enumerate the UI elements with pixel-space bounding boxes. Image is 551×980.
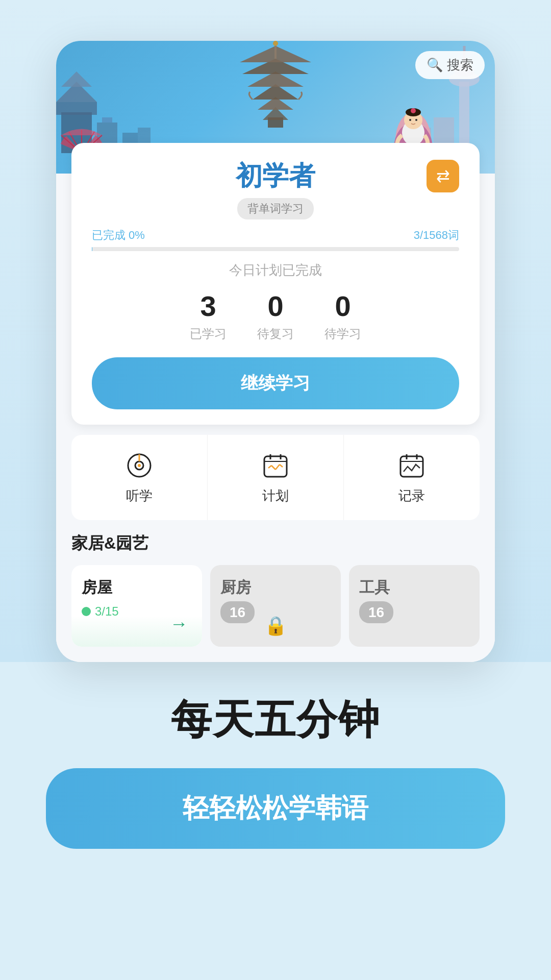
svg-marker-3: [61, 71, 92, 87]
content-area: 初学者 ⇄ 背单词学习 已完成 0% 3/1568词 今日计划已完成: [56, 143, 495, 662]
stat-pending: 0 待学习: [324, 289, 361, 342]
stat-review-label: 待复习: [257, 326, 294, 342]
pagoda-illustration: [224, 41, 327, 133]
svg-point-39: [415, 119, 417, 121]
continue-button[interactable]: 继续学习: [92, 357, 459, 409]
category-cards: 房屋 3/15 → 厨房 16 🔒: [71, 565, 480, 647]
svg-point-38: [409, 119, 411, 121]
svg-point-24: [273, 41, 278, 46]
nav-icons: 听学 计划: [71, 435, 480, 520]
headline-text: 每天五分钟: [171, 693, 380, 748]
svg-rect-5: [102, 117, 112, 122]
kitchen-count: 16: [220, 601, 255, 623]
search-button[interactable]: 🔍 搜索: [415, 51, 485, 79]
house-card-title: 房屋: [82, 577, 192, 598]
study-card-header: 初学者 ⇄: [92, 158, 459, 194]
stat-pending-label: 待学习: [324, 326, 361, 342]
stat-learned-label: 已学习: [190, 326, 227, 342]
search-label: 搜索: [447, 56, 473, 74]
category-card-tools[interactable]: 工具 16: [349, 565, 480, 647]
svg-rect-1: [56, 102, 97, 115]
progress-label: 已完成 0%: [92, 228, 145, 243]
stat-review: 0 待复习: [257, 289, 294, 342]
study-card: 初学者 ⇄ 背单词学习 已完成 0% 3/1568词 今日计划已完成: [71, 143, 480, 425]
kitchen-card-title: 厨房: [220, 577, 331, 598]
green-dot: [82, 607, 91, 616]
svg-line-50: [276, 464, 280, 470]
progress-bar-track: [92, 247, 459, 251]
subtitle-badge-area: 背单词学习: [92, 198, 459, 219]
svg-point-37: [411, 108, 416, 113]
svg-point-42: [138, 464, 141, 467]
category-section: 家居&园艺 房屋 3/15 → 厨房: [71, 532, 480, 647]
kitchen-lock-icon: 🔒: [264, 615, 287, 636]
stat-learned-number: 3: [200, 289, 216, 323]
svg-rect-44: [264, 456, 287, 477]
tools-card-title: 工具: [359, 577, 469, 598]
svg-line-51: [280, 464, 283, 467]
nav-record[interactable]: 记录: [344, 435, 480, 520]
tools-count-badge: 16: [359, 604, 469, 621]
nav-plan[interactable]: 计划: [208, 435, 344, 520]
stat-learned: 3 已学习: [190, 289, 227, 342]
stats-row: 3 已学习 0 待复习 0 待学习: [92, 289, 459, 342]
svg-rect-25: [459, 82, 469, 153]
category-card-kitchen[interactable]: 厨房 16 🔒: [210, 565, 341, 647]
stat-pending-number: 0: [335, 289, 350, 323]
cta-button[interactable]: 轻轻松松学韩语: [46, 768, 505, 849]
listen-icon: [124, 450, 155, 481]
svg-line-48: [268, 465, 271, 468]
swap-button[interactable]: ⇄: [427, 160, 459, 192]
today-plan-label: 今日计划已完成: [92, 261, 459, 279]
bottom-section: 每天五分钟 轻轻松松学韩语: [0, 662, 551, 869]
swap-icon: ⇄: [436, 166, 450, 186]
stat-review-number: 0: [267, 289, 283, 323]
plan-icon: [260, 450, 291, 481]
plan-label: 计划: [262, 487, 289, 505]
phone-card: 🔍 搜索 初学者 ⇄ 背单词学习 已完成 0% 3/1568词: [56, 41, 495, 662]
svg-rect-52: [400, 456, 423, 477]
progress-area: 已完成 0% 3/1568词: [92, 228, 459, 243]
tools-count: 16: [359, 601, 393, 623]
category-card-house[interactable]: 房屋 3/15 →: [71, 565, 202, 647]
listen-label: 听学: [126, 487, 153, 505]
record-label: 记录: [398, 487, 425, 505]
search-icon: 🔍: [427, 57, 443, 73]
top-section: 🔍 搜索 初学者 ⇄ 背单词学习 已完成 0% 3/1568词: [0, 0, 551, 662]
house-arrow-button[interactable]: →: [166, 611, 192, 636]
nav-listen[interactable]: 听学: [71, 435, 208, 520]
category-title: 家居&园艺: [71, 532, 480, 555]
record-icon: [396, 450, 427, 481]
svg-line-49: [271, 465, 276, 470]
study-title: 初学者: [236, 158, 315, 194]
progress-count: 3/1568词: [414, 228, 459, 243]
progress-bar-fill: [92, 247, 92, 251]
subtitle-badge: 背单词学习: [237, 198, 314, 219]
